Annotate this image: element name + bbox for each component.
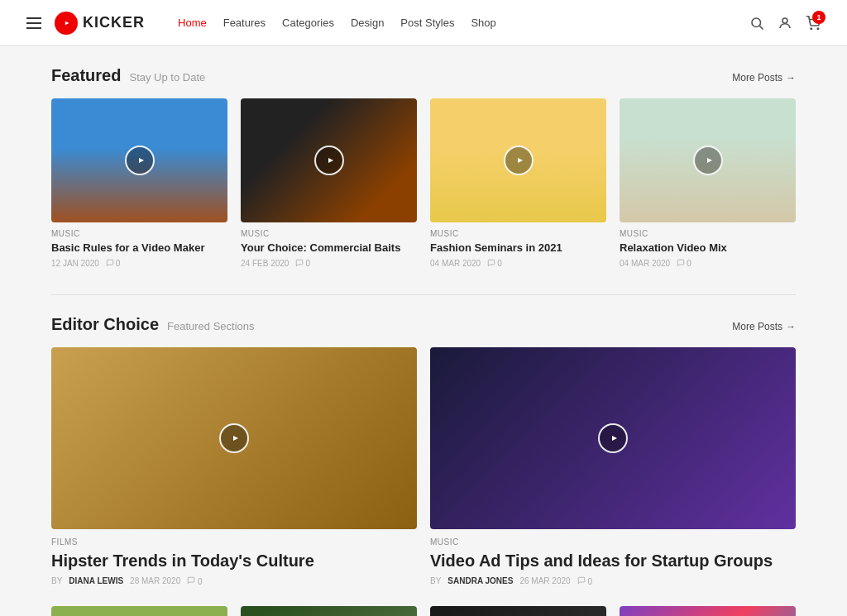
featured-card-2[interactable]: MUSIC Your Choice: Commercial Baits 24 F… — [241, 98, 417, 268]
nav-features[interactable]: Features — [223, 17, 266, 29]
svg-point-1 — [752, 18, 761, 27]
editor-more-posts[interactable]: More Posts → — [732, 321, 796, 332]
featured-card-1[interactable]: MUSIC Basic Rules for a Video Maker 12 J… — [51, 98, 227, 268]
section-divider — [51, 294, 796, 295]
editor-title-2: Video Ad Tips and Ideas for Startup Grou… — [430, 550, 796, 571]
svg-marker-0 — [65, 21, 69, 25]
card-title-3: Fashion Seminars in 2021 — [430, 241, 606, 255]
play-button-4[interactable] — [693, 146, 723, 175]
editor-cat-2: MUSIC — [430, 537, 796, 547]
svg-point-5 — [817, 28, 819, 30]
editor-card-1[interactable]: FILMS Hipster Trends in Today's Culture … — [51, 347, 417, 586]
svg-marker-6 — [139, 158, 144, 163]
comment-icon-1: 0 — [106, 259, 121, 268]
editor-comment-2: 0 — [577, 576, 592, 586]
card-meta-3: 04 MAR 2020 0 — [430, 259, 606, 268]
editor-meta-2: BY Sandra Jones 26 MAR 2020 0 — [430, 576, 796, 586]
svg-marker-8 — [518, 158, 523, 163]
cart-icon[interactable]: 1 — [806, 16, 821, 31]
editor-subtitle: Featured Sections — [167, 320, 255, 332]
editor-author-1: Diana Lewis — [69, 576, 123, 585]
card-cat-3: MUSIC — [430, 229, 606, 238]
editor-section: Editor Choice Featured Sections More Pos… — [51, 315, 796, 616]
nav-design[interactable]: Design — [351, 17, 384, 29]
svg-point-3 — [782, 18, 787, 23]
card-cat-4: MUSIC — [620, 229, 796, 238]
svg-line-2 — [759, 26, 763, 29]
logo[interactable]: KICKER — [55, 12, 145, 35]
main-content: Featured Stay Up to Date More Posts → MU… — [51, 46, 796, 616]
card-meta-1: 12 JAN 2020 0 — [51, 259, 227, 268]
featured-title: Featured — [51, 66, 121, 85]
play-button-3[interactable] — [504, 146, 534, 175]
header-left: KICKER Home Features Categories Design P… — [26, 12, 496, 35]
editor-thumb-2 — [430, 347, 796, 529]
nav-home[interactable]: Home — [178, 17, 207, 29]
featured-thumb-3 — [430, 98, 606, 222]
editor-meta-1: BY Diana Lewis 28 MAR 2020 0 — [51, 576, 417, 586]
card-meta-2: 24 FEB 2020 0 — [241, 259, 417, 268]
nav-categories[interactable]: Categories — [282, 17, 334, 29]
featured-thumb-2 — [241, 98, 417, 222]
comment-icon-3: 0 — [487, 259, 502, 268]
card-cat-1: MUSIC — [51, 229, 227, 238]
header-right: 1 — [749, 16, 821, 31]
editor-cat-1: FILMS — [51, 537, 417, 547]
play-button-2[interactable] — [314, 146, 344, 175]
comment-icon-4: 0 — [677, 259, 691, 268]
bottom-thumb-2 — [241, 606, 417, 616]
editor-comment-1: 0 — [187, 576, 202, 586]
featured-thumb-4 — [620, 98, 796, 222]
bottom-card-1[interactable] — [51, 606, 227, 616]
svg-marker-9 — [707, 158, 712, 163]
bottom-thumb-3 — [430, 606, 606, 616]
bottom-card-3[interactable] — [430, 606, 606, 616]
header: KICKER Home Features Categories Design P… — [0, 0, 847, 46]
logo-icon — [55, 12, 78, 35]
editor-play-2[interactable] — [598, 423, 628, 453]
editor-thumb-1 — [51, 347, 417, 529]
svg-marker-10 — [233, 436, 238, 441]
bottom-card-2[interactable] — [241, 606, 417, 616]
main-nav: Home Features Categories Design Post Sty… — [178, 17, 496, 29]
svg-marker-11 — [612, 436, 617, 441]
featured-more-posts[interactable]: More Posts → — [732, 72, 796, 84]
bottom-thumb-1 — [51, 606, 227, 616]
cart-badge: 1 — [812, 11, 825, 24]
featured-thumb-1 — [51, 98, 227, 222]
featured-header: Featured Stay Up to Date More Posts → — [51, 66, 796, 85]
search-icon[interactable] — [749, 16, 764, 31]
bottom-card-4[interactable] — [620, 606, 796, 616]
card-title-1: Basic Rules for a Video Maker — [51, 241, 227, 255]
editor-card-2[interactable]: MUSIC Video Ad Tips and Ideas for Startu… — [430, 347, 796, 586]
nav-shop[interactable]: Shop — [471, 17, 495, 29]
svg-marker-7 — [328, 158, 333, 163]
editor-play-1[interactable] — [219, 423, 249, 453]
bottom-thumb-4 — [620, 606, 796, 616]
featured-subtitle: Stay Up to Date — [129, 71, 205, 84]
card-title-2: Your Choice: Commercial Baits — [241, 241, 417, 255]
editor-grid: FILMS Hipster Trends in Today's Culture … — [51, 347, 796, 586]
card-meta-4: 04 MAR 2020 0 — [620, 259, 796, 268]
logo-text: KICKER — [83, 14, 145, 31]
svg-point-4 — [811, 28, 812, 30]
editor-title: Editor Choice — [51, 315, 159, 334]
hamburger-button[interactable] — [26, 17, 41, 29]
card-title-4: Relaxation Video Mix — [620, 241, 796, 255]
editor-author-2: Sandra Jones — [447, 576, 513, 585]
featured-section: Featured Stay Up to Date More Posts → MU… — [51, 66, 796, 268]
card-cat-2: MUSIC — [241, 229, 417, 238]
nav-post-styles[interactable]: Post Styles — [400, 17, 454, 29]
editor-title-1: Hipster Trends in Today's Culture — [51, 550, 417, 571]
editor-header: Editor Choice Featured Sections More Pos… — [51, 315, 796, 334]
user-icon[interactable] — [778, 16, 792, 31]
bottom-grid — [51, 606, 796, 616]
featured-grid: MUSIC Basic Rules for a Video Maker 12 J… — [51, 98, 796, 268]
play-button-1[interactable] — [125, 146, 155, 175]
featured-card-4[interactable]: MUSIC Relaxation Video Mix 04 MAR 2020 0 — [620, 98, 796, 268]
comment-icon-2: 0 — [295, 259, 310, 268]
featured-card-3[interactable]: MUSIC Fashion Seminars in 2021 04 MAR 20… — [430, 98, 606, 268]
